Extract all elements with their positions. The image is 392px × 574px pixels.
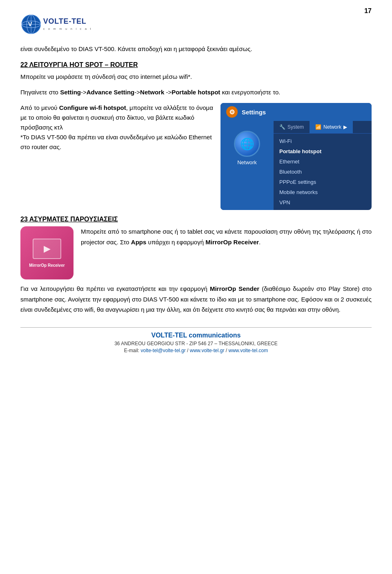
section22-line1: Μπορείτε να μοιράσετε τη σύνδεσή σας στο… xyxy=(20,72,372,82)
settings-title: Settings xyxy=(242,109,266,116)
section23-title: 23 ΑΣΥΡΜΑΤΕΣ ΠΑΡΟΥΣΙΑΣΕΙΣ xyxy=(20,216,372,223)
mirrorop-app-image: ▶ MirrorOp Receiver xyxy=(20,226,74,279)
play-icon: ▶ xyxy=(44,243,51,254)
wrench-icon: 🔧 xyxy=(279,124,285,130)
website1-link[interactable]: www.volte-tel.gr xyxy=(190,348,225,353)
settings-tabs: 🔧 System 📶 Network ▶ xyxy=(274,121,372,134)
section22-text: Από το μενού Configure wi-fi hotspot, μπ… xyxy=(20,103,213,158)
mirrorop-row: ▶ MirrorOp Receiver Μπορείτε από το smar… xyxy=(20,226,372,279)
svg-text:VOLTE-TEL: VOLTE-TEL xyxy=(43,17,87,25)
menu-portable-hotspot[interactable]: Portable hotspot xyxy=(274,146,372,156)
network-tab-icon: 📶 xyxy=(315,124,321,130)
section23: 23 ΑΣΥΡΜΑΤΕΣ ΠΑΡΟΥΣΙΑΣΕΙΣ ▶ MirrorOp Rec… xyxy=(20,216,372,315)
footer-contact: E-mail: volte-tel@volte-tel.gr / www.vol… xyxy=(20,348,372,353)
section23-para1: Μπορείτε από το smartphone σας ή το tabl… xyxy=(81,226,372,247)
settings-content: 🌐 Network 🔧 System 📶 Network xyxy=(220,121,372,210)
page-number: 17 xyxy=(364,7,372,15)
footer: VOLTE-TEL communications 36 ANDREOU GEOR… xyxy=(20,327,372,353)
settings-left-nav: 🌐 Network xyxy=(220,121,274,210)
network-menu-list: Wi-Fi Portable hotspot Ethernet Bluetoot… xyxy=(274,134,372,210)
svg-text:V: V xyxy=(28,21,32,28)
network-globe-area: 🌐 Network xyxy=(220,125,274,171)
email-link[interactable]: volte-tel@volte-tel.gr xyxy=(141,348,186,353)
settings-panel: ⚙ Settings 🌐 Network xyxy=(220,103,372,210)
email-label: E-mail: xyxy=(124,348,139,353)
section22-left: Από το μενού Configure wi-fi hotspot, μπ… xyxy=(20,103,213,152)
menu-ethernet[interactable]: Ethernet xyxy=(274,156,372,167)
menu-pppoe[interactable]: PPPoE settings xyxy=(274,177,372,187)
separator1: / xyxy=(187,348,190,353)
settings-gear-icon: ⚙ xyxy=(226,106,238,118)
svg-text:c o m m u n i c a t i o n s: c o m m u n i c a t i o n s xyxy=(43,27,94,31)
menu-bluetooth[interactable]: Bluetooth xyxy=(274,167,372,177)
page: 17 V VOLTE-TEL c o m m u n i c a t i o n… xyxy=(0,0,392,574)
section22-line2: Πηγαίνετε στο Setting->Advance Setting->… xyxy=(20,87,372,97)
website2-link[interactable]: www.volte-tel.com xyxy=(228,348,268,353)
menu-mobile-networks[interactable]: Mobile networks xyxy=(274,187,372,197)
settings-right-content: 🔧 System 📶 Network ▶ Wi-Fi Portable hots… xyxy=(274,121,372,210)
tab-system[interactable]: 🔧 System xyxy=(274,121,310,133)
globe-icon: 🌐 xyxy=(234,131,260,157)
section23-text: Μπορείτε από το smartphone σας ή το tabl… xyxy=(81,226,372,251)
menu-vpn[interactable]: VPN xyxy=(274,197,372,208)
screen-display-icon: ▶ xyxy=(33,239,61,259)
tab-network[interactable]: 📶 Network ▶ xyxy=(310,121,353,133)
footer-brand: VOLTE-TEL communications xyxy=(20,332,372,339)
section23-para2: Για να λειτουργήσει θα πρέπει να εγκατασ… xyxy=(20,284,372,315)
network-label: Network xyxy=(237,159,257,165)
section22-twocol: Από το μενού Configure wi-fi hotspot, μπ… xyxy=(20,103,372,210)
intro-text: είναι συνδεδεμένο το DIAS VT-500. Κάνετε… xyxy=(20,44,372,54)
settings-header: ⚙ Settings xyxy=(220,103,372,121)
menu-wifi[interactable]: Wi-Fi xyxy=(274,136,372,146)
logo-svg: V VOLTE-TEL c o m m u n i c a t i o n s xyxy=(20,12,94,37)
logo: V VOLTE-TEL c o m m u n i c a t i o n s xyxy=(20,12,94,37)
footer-address: 36 ANDREOU GEORGIOU STR - ZIP 546 27 – T… xyxy=(20,341,372,346)
section22-title: 22 ΛΕΙΤΟΥΡΓΙΑ HOT SPOT – ROUTER xyxy=(20,61,372,69)
header: V VOLTE-TEL c o m m u n i c a t i o n s xyxy=(20,12,372,37)
mirrorop-app-label: MirrorOp Receiver xyxy=(29,263,65,268)
